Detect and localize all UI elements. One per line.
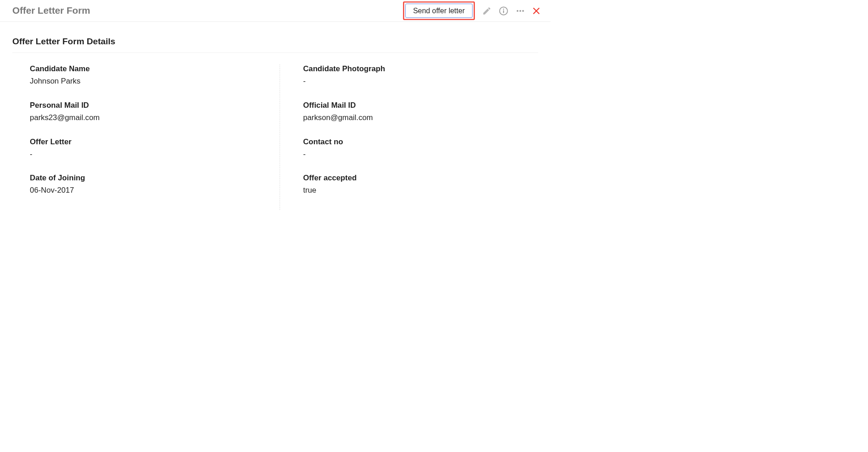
field-value: Johnson Parks [30,77,265,85]
svg-point-3 [517,10,519,12]
field-offer-accepted: Offer accepted true [303,173,538,194]
close-icon[interactable] [532,7,540,15]
field-value: - [30,150,265,158]
svg-rect-2 [503,10,504,13]
send-offer-highlight: Send offer letter [403,1,475,20]
field-date-of-joining: Date of Joining 06-Nov-2017 [30,173,265,194]
field-label: Official Mail ID [303,101,538,110]
content-area: Offer Letter Form Details Candidate Name… [0,22,550,225]
field-value: parks23@gmail.com [30,113,265,122]
svg-point-4 [519,10,521,12]
field-candidate-name: Candidate Name Johnson Parks [30,64,265,85]
field-value: parkson@gmail.com [303,113,538,122]
field-label: Offer accepted [303,173,538,182]
page-title: Offer Letter Form [12,5,90,16]
field-personal-mail-id: Personal Mail ID parks23@gmail.com [30,101,265,122]
field-label: Date of Joining [30,173,265,182]
field-offer-letter: Offer Letter - [30,137,265,158]
svg-point-1 [503,8,504,9]
info-icon[interactable] [499,6,508,16]
more-icon[interactable] [516,6,525,16]
field-label: Personal Mail ID [30,101,265,110]
field-value: - [303,150,538,158]
svg-point-5 [522,10,524,12]
details-grid: Candidate Name Johnson Parks Personal Ma… [12,64,538,210]
field-label: Candidate Photograph [303,64,538,73]
section-title: Offer Letter Form Details [12,37,538,53]
details-column-right: Candidate Photograph - Official Mail ID … [280,64,538,210]
field-label: Contact no [303,137,538,146]
field-label: Candidate Name [30,64,265,73]
field-official-mail-id: Official Mail ID parkson@gmail.com [303,101,538,122]
send-offer-letter-button[interactable]: Send offer letter [405,4,472,18]
field-value: 06-Nov-2017 [30,186,265,194]
send-offer-letter-label: Send offer letter [413,6,465,15]
details-column-left: Candidate Name Johnson Parks Personal Ma… [30,64,280,210]
page-header: Offer Letter Form Send offer letter [0,0,550,22]
field-candidate-photograph: Candidate Photograph - [303,64,538,85]
header-actions: Send offer letter [403,1,540,20]
field-contact-no: Contact no - [303,137,538,158]
field-value: - [303,77,538,85]
field-label: Offer Letter [30,137,265,146]
field-value: true [303,186,538,194]
edit-icon[interactable] [482,6,492,16]
